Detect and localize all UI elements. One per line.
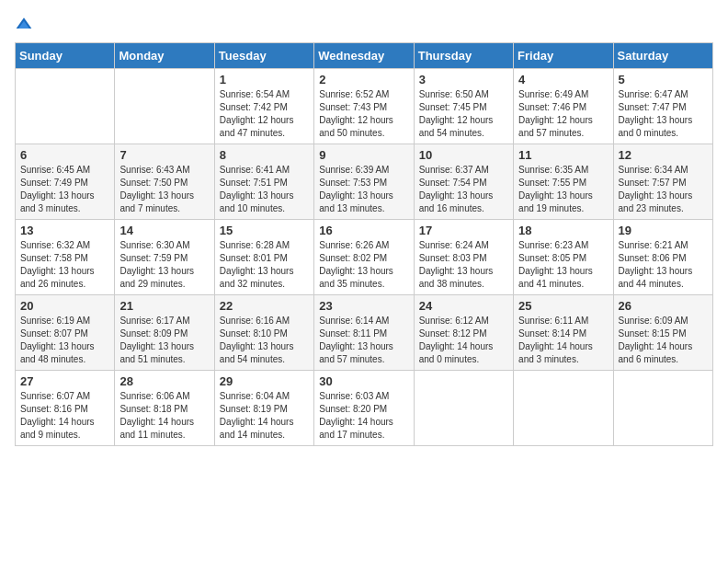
calendar-cell: 7 Sunrise: 6:43 AM Sunset: 7:50 PM Dayli…	[115, 144, 214, 220]
calendar-cell: 25 Sunrise: 6:11 AM Sunset: 8:14 PM Dayl…	[514, 295, 613, 371]
calendar-cell	[16, 69, 115, 144]
day-info: Sunrise: 6:21 AM Sunset: 8:06 PM Dayligh…	[619, 239, 708, 291]
calendar-cell: 5 Sunrise: 6:47 AM Sunset: 7:47 PM Dayli…	[613, 69, 712, 144]
day-number: 28	[119, 374, 209, 388]
calendar-cell	[613, 371, 712, 446]
calendar-table: SundayMondayTuesdayWednesdayThursdayFrid…	[15, 42, 713, 446]
day-number: 26	[619, 299, 708, 313]
calendar-cell: 24 Sunrise: 6:12 AM Sunset: 8:12 PM Dayl…	[414, 295, 513, 371]
calendar-cell: 14 Sunrise: 6:30 AM Sunset: 7:59 PM Dayl…	[115, 220, 214, 295]
day-info: Sunrise: 6:12 AM Sunset: 8:12 PM Dayligh…	[419, 315, 508, 366]
calendar-cell: 1 Sunrise: 6:54 AM Sunset: 7:42 PM Dayli…	[214, 69, 313, 144]
day-number: 4	[518, 73, 608, 86]
day-info: Sunrise: 6:35 AM Sunset: 7:55 PM Dayligh…	[518, 164, 608, 215]
calendar-cell: 6 Sunrise: 6:45 AM Sunset: 7:49 PM Dayli…	[16, 144, 115, 220]
logo-icon	[15, 15, 33, 33]
calendar-cell: 26 Sunrise: 6:09 AM Sunset: 8:15 PM Dayl…	[613, 295, 712, 371]
day-number: 16	[319, 224, 408, 237]
calendar-cell: 3 Sunrise: 6:50 AM Sunset: 7:45 PM Dayli…	[414, 69, 513, 144]
day-info: Sunrise: 6:06 AM Sunset: 8:18 PM Dayligh…	[119, 390, 209, 442]
day-info: Sunrise: 6:24 AM Sunset: 8:03 PM Dayligh…	[419, 239, 508, 291]
weekday-header-row: SundayMondayTuesdayWednesdayThursdayFrid…	[16, 43, 713, 69]
calendar-cell	[115, 69, 214, 144]
calendar-cell: 19 Sunrise: 6:21 AM Sunset: 8:06 PM Dayl…	[613, 220, 712, 295]
calendar-cell: 4 Sunrise: 6:49 AM Sunset: 7:46 PM Dayli…	[514, 69, 613, 144]
day-info: Sunrise: 6:28 AM Sunset: 8:01 PM Dayligh…	[220, 239, 309, 291]
day-info: Sunrise: 6:30 AM Sunset: 7:59 PM Dayligh…	[119, 239, 209, 291]
day-number: 19	[619, 224, 708, 237]
weekday-header: Wednesday	[314, 43, 414, 69]
calendar-cell: 15 Sunrise: 6:28 AM Sunset: 8:01 PM Dayl…	[214, 220, 313, 295]
calendar-cell	[514, 371, 613, 446]
calendar-week-row: 13 Sunrise: 6:32 AM Sunset: 7:58 PM Dayl…	[16, 220, 713, 295]
day-number: 3	[419, 73, 508, 86]
day-info: Sunrise: 6:11 AM Sunset: 8:14 PM Dayligh…	[518, 315, 608, 366]
day-number: 25	[518, 299, 608, 313]
calendar-cell: 18 Sunrise: 6:23 AM Sunset: 8:05 PM Dayl…	[514, 220, 613, 295]
calendar-cell: 29 Sunrise: 6:04 AM Sunset: 8:19 PM Dayl…	[214, 371, 313, 446]
calendar-cell	[414, 371, 513, 446]
day-info: Sunrise: 6:39 AM Sunset: 7:53 PM Dayligh…	[319, 164, 408, 215]
day-info: Sunrise: 6:03 AM Sunset: 8:20 PM Dayligh…	[319, 390, 408, 442]
day-info: Sunrise: 6:50 AM Sunset: 7:45 PM Dayligh…	[419, 88, 508, 140]
day-number: 14	[119, 224, 209, 237]
day-number: 27	[20, 374, 109, 388]
day-info: Sunrise: 6:52 AM Sunset: 7:43 PM Dayligh…	[319, 88, 408, 140]
calendar-cell: 22 Sunrise: 6:16 AM Sunset: 8:10 PM Dayl…	[214, 295, 313, 371]
weekday-header: Saturday	[613, 43, 712, 69]
day-number: 20	[20, 299, 109, 313]
day-info: Sunrise: 6:17 AM Sunset: 8:09 PM Dayligh…	[119, 315, 209, 366]
day-info: Sunrise: 6:26 AM Sunset: 8:02 PM Dayligh…	[319, 239, 408, 291]
day-info: Sunrise: 6:47 AM Sunset: 7:47 PM Dayligh…	[619, 88, 708, 140]
day-number: 7	[119, 148, 209, 162]
calendar-cell: 16 Sunrise: 6:26 AM Sunset: 8:02 PM Dayl…	[314, 220, 414, 295]
calendar-cell: 13 Sunrise: 6:32 AM Sunset: 7:58 PM Dayl…	[16, 220, 115, 295]
day-number: 5	[619, 73, 708, 86]
day-info: Sunrise: 6:54 AM Sunset: 7:42 PM Dayligh…	[220, 88, 309, 140]
calendar-cell: 27 Sunrise: 6:07 AM Sunset: 8:16 PM Dayl…	[16, 371, 115, 446]
calendar-cell: 2 Sunrise: 6:52 AM Sunset: 7:43 PM Dayli…	[314, 69, 414, 144]
day-info: Sunrise: 6:09 AM Sunset: 8:15 PM Dayligh…	[619, 315, 708, 366]
day-info: Sunrise: 6:19 AM Sunset: 8:07 PM Dayligh…	[20, 315, 109, 366]
day-info: Sunrise: 6:23 AM Sunset: 8:05 PM Dayligh…	[518, 239, 608, 291]
weekday-header: Friday	[514, 43, 613, 69]
weekday-header: Tuesday	[214, 43, 313, 69]
calendar-cell: 9 Sunrise: 6:39 AM Sunset: 7:53 PM Dayli…	[314, 144, 414, 220]
calendar-cell: 11 Sunrise: 6:35 AM Sunset: 7:55 PM Dayl…	[514, 144, 613, 220]
day-info: Sunrise: 6:45 AM Sunset: 7:49 PM Dayligh…	[20, 164, 109, 215]
calendar-cell: 12 Sunrise: 6:34 AM Sunset: 7:57 PM Dayl…	[613, 144, 712, 220]
calendar-cell: 10 Sunrise: 6:37 AM Sunset: 7:54 PM Dayl…	[414, 144, 513, 220]
calendar-cell: 23 Sunrise: 6:14 AM Sunset: 8:11 PM Dayl…	[314, 295, 414, 371]
day-info: Sunrise: 6:37 AM Sunset: 7:54 PM Dayligh…	[419, 164, 508, 215]
day-number: 13	[20, 224, 109, 237]
day-number: 21	[119, 299, 209, 313]
day-number: 10	[419, 148, 508, 162]
calendar-cell: 17 Sunrise: 6:24 AM Sunset: 8:03 PM Dayl…	[414, 220, 513, 295]
day-info: Sunrise: 6:34 AM Sunset: 7:57 PM Dayligh…	[619, 164, 708, 215]
day-number: 12	[619, 148, 708, 162]
calendar-cell: 21 Sunrise: 6:17 AM Sunset: 8:09 PM Dayl…	[115, 295, 214, 371]
day-info: Sunrise: 6:04 AM Sunset: 8:19 PM Dayligh…	[220, 390, 309, 442]
calendar-cell: 28 Sunrise: 6:06 AM Sunset: 8:18 PM Dayl…	[115, 371, 214, 446]
day-info: Sunrise: 6:32 AM Sunset: 7:58 PM Dayligh…	[20, 239, 109, 291]
day-number: 24	[419, 299, 508, 313]
calendar-cell: 8 Sunrise: 6:41 AM Sunset: 7:51 PM Dayli…	[214, 144, 313, 220]
day-number: 2	[319, 73, 408, 86]
weekday-header: Sunday	[16, 43, 115, 69]
calendar-cell: 20 Sunrise: 6:19 AM Sunset: 8:07 PM Dayl…	[16, 295, 115, 371]
day-number: 8	[220, 148, 309, 162]
day-number: 11	[518, 148, 608, 162]
day-number: 9	[319, 148, 408, 162]
day-number: 29	[220, 374, 309, 388]
day-info: Sunrise: 6:49 AM Sunset: 7:46 PM Dayligh…	[518, 88, 608, 140]
weekday-header: Monday	[115, 43, 214, 69]
page-header	[15, 15, 713, 33]
calendar-week-row: 1 Sunrise: 6:54 AM Sunset: 7:42 PM Dayli…	[16, 69, 713, 144]
day-number: 1	[220, 73, 309, 86]
day-info: Sunrise: 6:07 AM Sunset: 8:16 PM Dayligh…	[20, 390, 109, 442]
day-number: 15	[220, 224, 309, 237]
day-info: Sunrise: 6:43 AM Sunset: 7:50 PM Dayligh…	[119, 164, 209, 215]
day-number: 23	[319, 299, 408, 313]
weekday-header: Thursday	[414, 43, 513, 69]
day-number: 30	[319, 374, 408, 388]
